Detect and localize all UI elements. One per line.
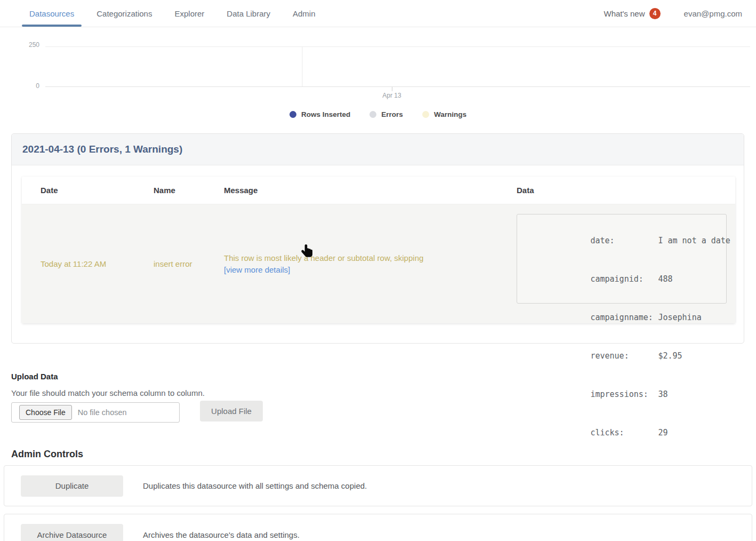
data-field-value: Josephina [658,313,701,322]
y-axis-tick-250: 250 [18,41,39,49]
data-field-key: impressions: [590,388,658,401]
warning-message-text: This row is most likely a header or subt… [224,253,498,262]
legend-label-errors: Errors [381,110,403,118]
legend-label-warnings: Warnings [434,110,467,118]
errors-table-header-row: Date Name Message Data [22,177,735,204]
day-errors-panel-title: 2021-04-13 (0 Errors, 1 Warnings) [22,144,182,155]
no-file-chosen-text: No file chosen [78,408,127,417]
duplicate-control-card: Duplicate Duplicates this datasource wit… [4,465,752,506]
legend-dot-warnings-icon [422,111,429,118]
top-nav: Datasources Categorizations Explorer Dat… [0,0,756,27]
admin-controls-heading: Admin Controls [11,449,83,460]
nav-tab-datasources[interactable]: Datasources [22,0,82,27]
data-field-key: clicks: [590,426,658,439]
legend-dot-rows-inserted-icon [289,111,296,118]
user-email-menu[interactable]: evan@pmg.com [684,9,742,18]
legend-item-rows-inserted[interactable]: Rows Inserted [289,110,350,118]
datasource-page: Datasources Categorizations Explorer Dat… [0,0,756,541]
data-field-value: 29 [658,428,667,437]
duplicate-description: Duplicates this datasource with all sett… [143,481,367,490]
legend-item-errors[interactable]: Errors [369,110,403,118]
x-axis-label-apr13: Apr 13 [382,92,401,99]
nav-tab-explorer[interactable]: Explorer [167,0,212,27]
nav-tab-data-library[interactable]: Data Library [219,0,278,27]
errors-table: Date Name Message Data Today at 11:22 AM… [22,177,735,323]
data-field-impressions: impressions:38 [523,375,726,413]
column-header-data: Data [498,186,735,195]
data-field-key: campaignname: [590,311,658,324]
upload-data-description: Your file should match your schema colum… [11,388,205,397]
whats-new-count-badge: 4 [649,8,661,19]
choose-file-button[interactable]: Choose File [19,405,72,420]
data-field-campaignid: campaignid:488 [523,260,726,298]
legend-label-rows-inserted: Rows Inserted [301,110,350,118]
data-field-key: campaignid: [590,273,658,285]
day-errors-panel-header: 2021-04-13 (0 Errors, 1 Warnings) [12,134,744,165]
nav-tab-categorizations[interactable]: Categorizations [89,0,159,27]
nav-tabs: Datasources Categorizations Explorer Dat… [0,0,327,27]
x-axis-tick-mark [392,87,392,91]
x-axis-line [45,86,750,87]
data-field-value: $2.95 [658,351,682,361]
data-field-campaignname: campaignname:Josephina [523,298,726,337]
file-input[interactable]: Choose File No file chosen [11,402,180,423]
upload-file-button[interactable]: Upload File [200,401,263,421]
data-field-revenue: revenue:$2.95 [523,337,726,375]
y-axis-tick-0: 0 [18,82,39,90]
data-field-value: 488 [658,274,672,284]
legend-dot-errors-icon [369,111,376,118]
chart-legend: Rows Inserted Errors Warnings [0,110,756,118]
archive-control-card: Archive Datasource Archives the datasour… [4,514,752,541]
row-name-cell: insert error [135,204,205,323]
whats-new-link[interactable]: What's new 4 [604,8,660,19]
archive-description: Archives the datasource's data and setti… [143,530,300,539]
row-data-cell: date:I am not a date campaignid:488 camp… [498,204,735,323]
table-row: Today at 11:22 AM insert error This row … [22,204,735,323]
column-header-date: Date [22,186,135,195]
data-field-value: 38 [658,389,667,399]
legend-item-warnings[interactable]: Warnings [422,110,467,118]
data-field-clicks: clicks:29 [523,413,726,452]
nav-right: What's new 4 evan@pmg.com [604,8,756,19]
column-header-message: Message [205,186,498,195]
archive-datasource-button[interactable]: Archive Datasource [21,524,123,541]
column-header-name: Name [135,186,205,195]
nav-tab-admin[interactable]: Admin [285,0,323,27]
upload-data-heading: Upload Data [11,372,58,381]
row-date-cell: Today at 11:22 AM [22,204,135,323]
gridline-250 [45,46,750,47]
row-message-cell: This row is most likely a header or subt… [205,204,498,323]
chart-bar-faint [302,47,303,86]
ingestion-chart: 250 0 Apr 13 Rows Inserted Errors Warnin… [0,27,756,130]
day-errors-panel: 2021-04-13 (0 Errors, 1 Warnings) Date N… [11,133,744,344]
row-data-json-box: date:I am not a date campaignid:488 camp… [517,214,727,304]
data-field-key: date: [590,234,658,247]
view-more-details-link[interactable]: [view more details] [224,265,290,274]
data-field-date: date:I am not a date [523,221,726,260]
duplicate-button[interactable]: Duplicate [21,475,123,497]
whats-new-label: What's new [604,9,645,18]
data-field-key: revenue: [590,349,658,362]
data-field-value: I am not a date [658,236,730,245]
